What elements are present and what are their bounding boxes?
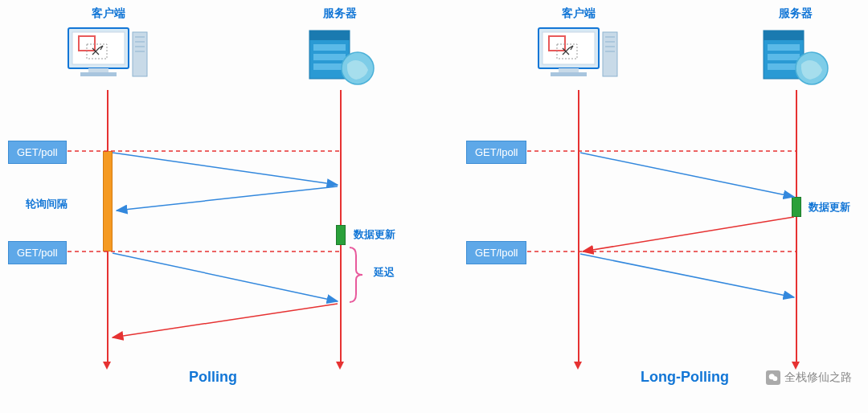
- svg-line-19: [117, 186, 338, 211]
- svg-point-46: [772, 376, 777, 381]
- svg-line-42: [583, 217, 794, 251]
- svg-line-21: [113, 253, 338, 301]
- polling-title: Polling: [189, 369, 237, 386]
- svg-line-44: [580, 254, 794, 297]
- polling-arrows: [0, 0, 434, 402]
- long-polling-arrows: [450, 0, 868, 402]
- long-polling-diagram: 客户端 服务器 GET/lpoll GET/lpoll 数据更新: [450, 0, 852, 402]
- watermark: 全栈修仙之路: [766, 370, 852, 385]
- polling-diagram: 客户端 服务器 GET/poll GET/poll 轮询间隔 数据更新 延迟: [0, 0, 434, 402]
- svg-line-22: [113, 304, 338, 337]
- svg-line-18: [113, 153, 338, 185]
- wechat-icon: [766, 370, 780, 385]
- long-polling-title: Long-Polling: [641, 369, 729, 386]
- svg-line-41: [580, 153, 794, 197]
- watermark-text: 全栈修仙之路: [784, 370, 852, 385]
